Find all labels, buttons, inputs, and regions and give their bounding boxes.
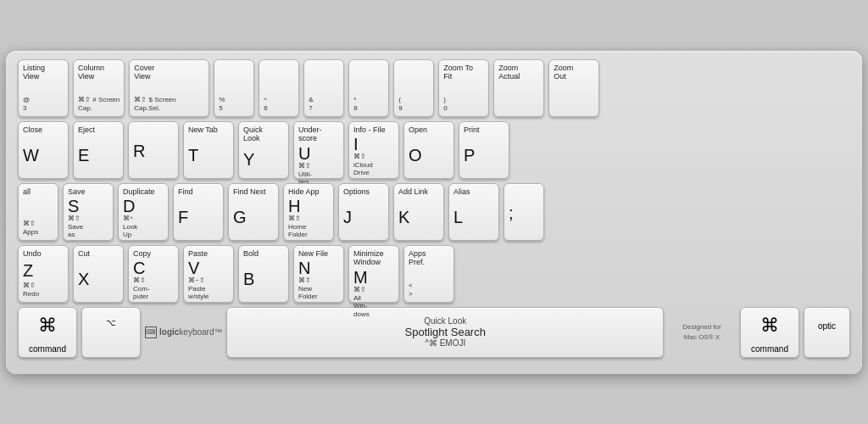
key-9[interactable]: (9 <box>393 59 434 117</box>
key-print-p[interactable]: Print P <box>459 121 509 179</box>
key-paste-v[interactable]: Paste V ⌘~⇧Pastew/style <box>183 245 234 303</box>
key-left-command[interactable]: ⌘ command <box>18 307 77 358</box>
key-zoom-out[interactable]: ZoomOut <box>548 59 599 117</box>
key-new-file-n[interactable]: New File N ⌘⇧NewFolder <box>293 245 344 303</box>
key-close-w[interactable]: Close W <box>18 121 69 179</box>
key-cut-x[interactable]: Cut X <box>73 245 124 303</box>
spacebar-top-label: Quick Look <box>424 316 466 326</box>
key-option-right[interactable]: optic <box>804 307 850 358</box>
key-5[interactable]: %5 <box>214 59 254 117</box>
keyboard: ListingView @3 ColumnView ⌘⇧ # ScreenCap… <box>6 51 862 374</box>
key-duplicate-d[interactable]: Duplicate D ⌘^LookUp <box>118 183 169 241</box>
key-semicolon[interactable]: ; <box>504 183 544 241</box>
key-cover-view[interactable]: CoverView ⌘⇧ $ ScreenCap.Sel. <box>129 59 209 117</box>
key-all[interactable]: all ⌘⇧Apps <box>18 183 58 241</box>
row-asdf: all ⌘⇧Apps Save S ⌘⇧Saveas Duplicate D ⌘… <box>18 183 850 241</box>
key-copy-c[interactable]: Copy C ⌘⇧Com-puter <box>128 245 179 303</box>
spacebar[interactable]: Quick Look Spotlight Search ^⌘ EMOJI <box>226 307 664 358</box>
key-alias-l[interactable]: Alias L <box>448 183 499 241</box>
spacebar-main-label: Spotlight Search <box>405 326 486 338</box>
key-find-next-g[interactable]: Find Next G <box>228 183 279 241</box>
row-qwerty: Close W Eject E R New Tab T QuickLook Y … <box>18 121 850 179</box>
left-cmd-label: command <box>23 344 72 354</box>
key-option-left[interactable]: ⌥ <box>81 307 141 358</box>
key-open-o[interactable]: Open O <box>403 121 454 179</box>
key-7[interactable]: &7 <box>303 59 344 117</box>
row-numbers: ListingView @3 ColumnView ⌘⇧ # ScreenCap… <box>18 59 850 117</box>
key-info-file-i[interactable]: Info - File I ⌘⇧iCloudDrive <box>348 121 399 179</box>
key-apps-pref[interactable]: AppsPref. <> <box>403 245 454 303</box>
key-hide-app-h[interactable]: Hide App H ⌘⇧HomeFolder <box>283 183 334 241</box>
key-options-j[interactable]: Options J <box>338 183 389 241</box>
spacebar-sub-label: ^⌘ EMOJI <box>425 338 465 348</box>
right-cmd-label: command <box>745 344 794 354</box>
logic-keyboard-logo: ⌨ logickeyboard™ <box>145 326 222 338</box>
key-bold-b[interactable]: Bold B <box>238 245 289 303</box>
key-minimize-m[interactable]: MinimizeWindow M ⌘⇧AllWin-dows <box>348 245 399 303</box>
key-save-s[interactable]: Save S ⌘⇧Saveas <box>63 183 114 241</box>
key-quick-look-y[interactable]: QuickLook Y <box>238 121 289 179</box>
right-cmd-symbol: ⌘ <box>745 311 794 337</box>
key-find-f[interactable]: Find F <box>173 183 224 241</box>
key-r[interactable]: R <box>128 121 179 179</box>
key-zoom-actual[interactable]: ZoomActual <box>493 59 544 117</box>
row-zxcv: Undo Z ⌘⇧Redo Cut X Copy C ⌘⇧Com-puter P… <box>18 245 850 303</box>
key-new-tab-t[interactable]: New Tab T <box>183 121 234 179</box>
key-right-command[interactable]: ⌘ command <box>740 307 799 358</box>
key-8[interactable]: *8 <box>348 59 389 117</box>
designed-for-label: Designed forMac OS® X <box>682 322 721 341</box>
key-listing-view[interactable]: ListingView @3 <box>18 59 69 117</box>
key-underscore-u[interactable]: Under-score U ⌘⇧Utili-ties <box>293 121 344 179</box>
key-undo-z[interactable]: Undo Z ⌘⇧Redo <box>18 245 69 303</box>
key-zoom-fit[interactable]: Zoom ToFit )0 <box>438 59 489 117</box>
row-spacebar: ⌘ command ⌥ ⌨ logickeyboard™ Quick Look … <box>18 307 850 358</box>
key-6[interactable]: ^6 <box>259 59 299 117</box>
key-add-link-k[interactable]: Add Link K <box>393 183 444 241</box>
key-column-view[interactable]: ColumnView ⌘⇧ # ScreenCap. <box>73 59 125 117</box>
key-eject-e[interactable]: Eject E <box>73 121 124 179</box>
left-cmd-symbol: ⌘ <box>23 311 72 337</box>
